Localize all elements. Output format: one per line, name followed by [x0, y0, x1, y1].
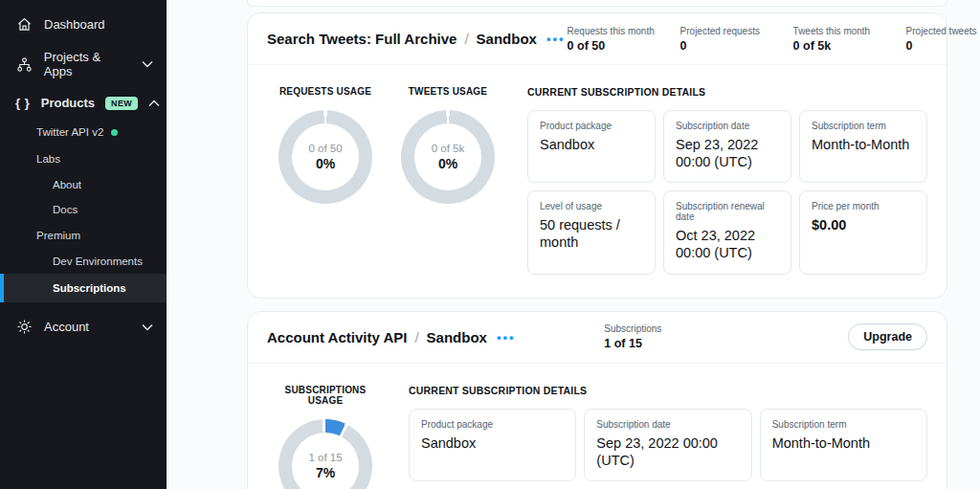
usage-donuts: REQUESTS USAGE 0 of 50 0% TWEETS USAGE — [267, 80, 506, 275]
sidebar-item-docs[interactable]: Docs — [0, 197, 167, 222]
stat-tweets-this-month: Tweets this month 0 of 5k — [793, 26, 881, 53]
details-title: CURRENT SUBSCRIPTION DETAILS — [409, 385, 927, 396]
sidebar-item-label: Dev Environments — [53, 256, 143, 267]
card-subtitle: Sandbox — [427, 329, 487, 345]
previous-card-edge — [247, 0, 947, 7]
card-title-text: Account Activity API — [267, 329, 407, 345]
sidebar: Dashboard Projects & Apps { } Products N… — [0, 0, 167, 489]
header-stats: Requests this month 0 of 50 Projected re… — [568, 26, 977, 53]
chevron-down-icon — [142, 323, 153, 331]
details-title: CURRENT SUBSCRIPTION DETAILS — [527, 86, 927, 98]
sidebar-item-dashboard[interactable]: Dashboard — [0, 8, 167, 41]
header-stats: Subscriptions 1 of 15 — [604, 323, 671, 350]
detail-subscription-term: Subscription term Month-to-Month — [760, 409, 927, 481]
subscriptions-usage-donut: SUBSCRIPTIONS USAGE 1 of 15 7% — [267, 379, 384, 489]
sidebar-item-label: Twitter API v2 — [36, 126, 103, 138]
detail-level-of-usage: Level of usage 50 requests / month — [527, 190, 656, 274]
stat-subscriptions: Subscriptions 1 of 15 — [604, 323, 671, 350]
sidebar-item-about[interactable]: About — [0, 172, 167, 197]
donut-fraction: 0 of 5k — [432, 143, 465, 154]
sidebar-item-label: Premium — [36, 230, 80, 241]
subscription-details: CURRENT SUBSCRIPTION DETAILS Product pac… — [409, 379, 927, 489]
donut-percent: 0% — [316, 156, 335, 171]
donut-fraction: 1 of 15 — [308, 452, 342, 463]
sidebar-item-label: Labs — [36, 153, 60, 165]
detail-subscription-date: Subscription date Sep 23, 2022 00:00 (UT… — [663, 110, 791, 183]
sidebar-item-label: Subscriptions — [53, 282, 126, 294]
title-separator: / — [414, 329, 418, 345]
sidebar-item-premium[interactable]: Premium — [0, 222, 167, 249]
search-tweets-card: Search Tweets: Full Archive / Sandbox ••… — [247, 12, 947, 299]
braces-icon: { } — [15, 96, 31, 110]
account-activity-card: Account Activity API / Sandbox ••• Subsc… — [247, 311, 947, 489]
detail-product-package: Product package Sandbox — [527, 110, 656, 183]
sidebar-item-subscriptions[interactable]: Subscriptions — [0, 274, 167, 302]
chevron-up-icon — [148, 100, 160, 107]
sidebar-item-label: Products — [41, 96, 95, 110]
card-title-text: Search Tweets: Full Archive — [267, 31, 457, 47]
card-title: Search Tweets: Full Archive / Sandbox ••… — [267, 31, 568, 47]
gear-icon — [15, 319, 33, 335]
detail-product-package: Product package Sandbox — [409, 409, 576, 481]
card-subtitle: Sandbox — [477, 31, 537, 47]
status-dot-icon — [111, 129, 118, 136]
sidebar-item-dev-environments[interactable]: Dev Environments — [0, 249, 167, 274]
sidebar-item-account[interactable]: Account — [0, 310, 167, 344]
donut-percent: 0% — [438, 156, 457, 171]
chevron-down-icon — [142, 60, 153, 68]
sidebar-item-label: Projects & Apps — [44, 50, 131, 78]
requests-usage-donut: REQUESTS USAGE 0 of 50 0% — [267, 80, 384, 275]
stat-projected-requests: Projected requests 0 — [680, 26, 768, 53]
donut-percent: 7% — [316, 465, 335, 480]
stat-projected-tweets: Projected tweets 0 — [906, 26, 977, 53]
projects-icon — [15, 56, 33, 73]
main-content: Search Tweets: Full Archive / Sandbox ••… — [167, 0, 980, 489]
sidebar-item-twitter-api-v2[interactable]: Twitter API v2 — [0, 119, 167, 145]
home-icon — [15, 16, 33, 33]
detail-price-per-month: Price per month $0.00 — [799, 190, 927, 274]
card-header: Search Tweets: Full Archive / Sandbox ••… — [248, 13, 947, 65]
sidebar-item-label: Account — [44, 320, 89, 334]
card-body: REQUESTS USAGE 0 of 50 0% TWEETS USAGE — [248, 65, 947, 298]
sidebar-item-label: Dashboard — [44, 17, 105, 32]
more-menu-icon[interactable]: ••• — [495, 330, 518, 345]
donut-fraction: 0 of 50 — [308, 143, 342, 154]
detail-renewal-date: Subscription renewal date Oct 23, 2022 0… — [663, 190, 791, 274]
stat-requests-this-month: Requests this month 0 of 50 — [568, 26, 656, 53]
detail-subscription-term: Subscription term Month-to-Month — [799, 110, 927, 183]
usage-donuts: SUBSCRIPTIONS USAGE 1 of 15 7% — [267, 379, 384, 489]
card-header: Account Activity API / Sandbox ••• Subsc… — [248, 312, 947, 364]
detail-subscription-date: Subscription date Sep 23, 2022 00:00 (UT… — [584, 409, 751, 481]
more-menu-icon[interactable]: ••• — [545, 32, 568, 46]
upgrade-button[interactable]: Upgrade — [848, 323, 927, 350]
sidebar-item-products[interactable]: { } Products NEW — [0, 87, 167, 119]
card-title: Account Activity API / Sandbox ••• — [267, 329, 518, 345]
sidebar-item-label: About — [53, 179, 81, 190]
subscription-details: CURRENT SUBSCRIPTION DETAILS Product pac… — [527, 80, 927, 275]
tweets-usage-donut: TWEETS USAGE 0 of 5k 0% — [390, 80, 506, 275]
sidebar-item-projects-apps[interactable]: Projects & Apps — [0, 41, 167, 87]
new-badge: NEW — [105, 97, 138, 110]
sidebar-item-label: Docs — [53, 204, 78, 215]
card-body: SUBSCRIPTIONS USAGE 1 of 15 7% CURRENT S… — [248, 364, 947, 489]
title-separator: / — [464, 31, 468, 47]
sidebar-item-labs[interactable]: Labs — [0, 145, 167, 172]
